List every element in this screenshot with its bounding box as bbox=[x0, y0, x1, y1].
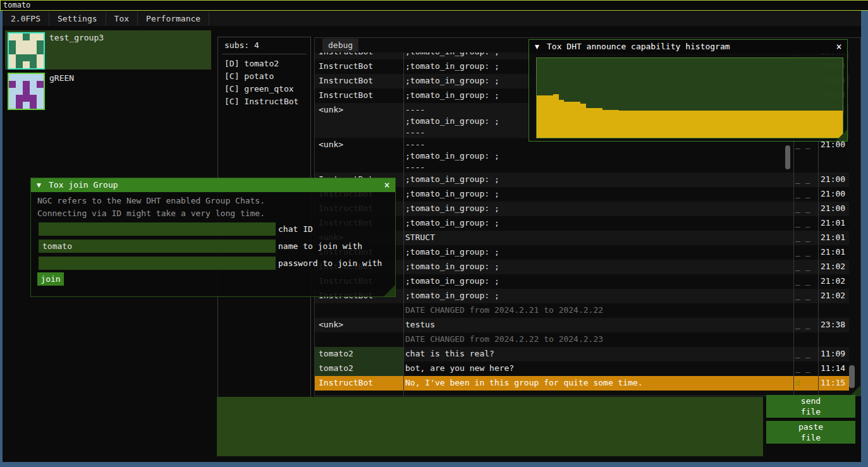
histogram-bar bbox=[673, 111, 679, 138]
histogram-bar bbox=[810, 111, 816, 138]
chat-scrollbar[interactable] bbox=[849, 365, 855, 388]
histogram-bar bbox=[646, 111, 652, 138]
histogram-bar bbox=[804, 111, 810, 138]
close-icon[interactable]: × bbox=[381, 178, 393, 192]
table-row[interactable]: tomato2chat is this real?_ _11:09 bbox=[315, 347, 849, 362]
histogram-bar bbox=[816, 111, 821, 138]
collapse-triangle-icon[interactable]: ▼ bbox=[37, 178, 41, 192]
message-flags: _ _ bbox=[795, 347, 817, 361]
group-avatar bbox=[8, 73, 45, 110]
join-password-input[interactable] bbox=[39, 257, 276, 270]
message-timestamp: 21:00 bbox=[821, 202, 848, 215]
join-password-label: password to join with bbox=[278, 257, 382, 270]
message-flags: d _ bbox=[795, 376, 817, 390]
close-icon[interactable]: × bbox=[833, 40, 845, 54]
column-separator bbox=[403, 52, 404, 396]
sidebar-item-gREEN[interactable]: gREEN bbox=[5, 71, 211, 110]
histogram-bar bbox=[602, 110, 608, 138]
resize-grip[interactable] bbox=[384, 285, 395, 296]
histogram-bar bbox=[733, 111, 739, 138]
menu-item-performance[interactable]: Performance bbox=[138, 11, 209, 26]
histogram-bar bbox=[723, 111, 728, 138]
histogram-bar bbox=[630, 111, 635, 138]
message-input[interactable] bbox=[217, 397, 763, 456]
group-name: gREEN bbox=[49, 73, 74, 83]
message-timestamp: 21:02 bbox=[821, 289, 848, 303]
histogram-bar bbox=[586, 108, 592, 138]
histogram-bar bbox=[591, 108, 597, 138]
message-text: ;tomato_in_group: ; bbox=[405, 187, 790, 201]
message-flags: _ _ bbox=[795, 202, 817, 215]
menu-item-tox[interactable]: Tox bbox=[106, 11, 138, 26]
message-text: ---- bbox=[405, 162, 425, 173]
message-text: ;tomato_in_group: ; bbox=[405, 245, 790, 259]
collapse-triangle-icon[interactable]: ▼ bbox=[535, 40, 539, 54]
message-timestamp: 21:00 bbox=[821, 187, 848, 201]
message-text: ;tomato_in_group: ; bbox=[405, 202, 790, 215]
member-item[interactable]: [D] tomato2 bbox=[224, 58, 279, 70]
date-changed-row[interactable]: DATE CHANGED from 2024.2.21 to 2024.2.22 bbox=[315, 303, 849, 318]
message-text: STRUCT bbox=[405, 231, 790, 245]
sender-name: <unk> bbox=[319, 103, 402, 117]
date-changed-row[interactable]: DATE CHANGED from 2024.2.22 to 2024.2.23 bbox=[315, 332, 849, 348]
histogram-bar bbox=[772, 111, 778, 138]
sidebar-item-test_group3[interactable]: test_group3 bbox=[5, 30, 211, 70]
histogram-bar bbox=[728, 111, 733, 138]
inner-scrollbar[interactable] bbox=[785, 145, 790, 169]
sender-name: InstructBot bbox=[319, 88, 402, 102]
message-flags: _ _ bbox=[795, 231, 817, 245]
histogram-bar bbox=[580, 104, 586, 138]
paste-file-button[interactable]: paste file bbox=[766, 421, 855, 444]
chat-id-label: chat ID bbox=[278, 222, 313, 236]
message-text: ;tomato_in_group: ; bbox=[405, 116, 499, 127]
message-text: No, I've been in this group for quite so… bbox=[405, 376, 790, 390]
message-timestamp: 21:01 bbox=[821, 231, 848, 245]
histogram-bar bbox=[755, 111, 761, 138]
menu-item-settings[interactable]: Settings bbox=[49, 11, 106, 26]
histogram-bar bbox=[777, 111, 783, 138]
histogram-bar bbox=[717, 111, 723, 138]
os-titlebar[interactable]: tomato bbox=[0, 0, 868, 11]
histogram-bar bbox=[793, 111, 799, 138]
histogram-bar bbox=[684, 111, 690, 138]
member-item[interactable]: [C] InstructBot bbox=[224, 95, 298, 108]
histogram-bar bbox=[635, 111, 641, 138]
group-avatar bbox=[8, 32, 45, 70]
message-timestamp: 21:00 bbox=[821, 173, 848, 186]
join-window-titlebar[interactable]: ▼ Tox join Group × bbox=[31, 178, 395, 192]
join-name-input[interactable] bbox=[39, 240, 276, 253]
tab-debug[interactable]: debug bbox=[322, 39, 358, 52]
histogram-bar bbox=[766, 111, 772, 138]
sender-name: tomato2 bbox=[315, 361, 403, 376]
join-group-window: ▼ Tox join Group × NGC refers to the New… bbox=[30, 178, 396, 297]
message-text: ;tomato_in_group: ; bbox=[405, 216, 790, 230]
separator bbox=[222, 54, 307, 54]
histogram-window-titlebar[interactable]: ▼ Tox DHT announce capability histogram … bbox=[529, 40, 847, 54]
message-timestamp: 21:02 bbox=[821, 260, 848, 274]
send-file-button[interactable]: send file bbox=[766, 395, 855, 418]
histogram-bar bbox=[570, 102, 575, 138]
sender-name: InstructBot bbox=[319, 52, 402, 59]
join-description-line: NGC refers to the New DHT enabled Group … bbox=[37, 195, 265, 207]
histogram-bar bbox=[706, 111, 712, 138]
histogram-window-title: Tox DHT announce capability histogram bbox=[547, 40, 730, 54]
table-row[interactable]: <unk>----;tomato_in_group: ;----_ _21:00 bbox=[315, 138, 849, 173]
table-row[interactable]: <unk>testus_ _23:38 bbox=[315, 318, 849, 333]
message-text: ---- bbox=[405, 139, 425, 150]
message-text: bot, are you new here? bbox=[405, 361, 790, 375]
table-row[interactable]: tomato2bot, are you new here?_ _11:14 bbox=[315, 361, 849, 377]
join-description-line: Connecting via ID might take a very long… bbox=[37, 207, 265, 220]
table-row[interactable]: InstructBotNo, I've been in this group f… bbox=[315, 376, 849, 391]
member-item[interactable]: [C] green_qtox bbox=[224, 83, 294, 95]
resize-grip[interactable] bbox=[836, 130, 847, 141]
message-flags: _ _ bbox=[795, 289, 817, 303]
chat-id-input[interactable] bbox=[39, 222, 276, 236]
histogram-bar bbox=[559, 100, 565, 138]
histogram-bar bbox=[788, 111, 793, 138]
join-button[interactable]: join bbox=[37, 272, 64, 286]
sender-name: tomato2 bbox=[315, 347, 403, 361]
histogram-bar bbox=[695, 111, 701, 138]
member-item[interactable]: [C] potato bbox=[224, 70, 274, 83]
histogram-bar bbox=[700, 111, 706, 138]
histogram-bar bbox=[668, 111, 673, 138]
